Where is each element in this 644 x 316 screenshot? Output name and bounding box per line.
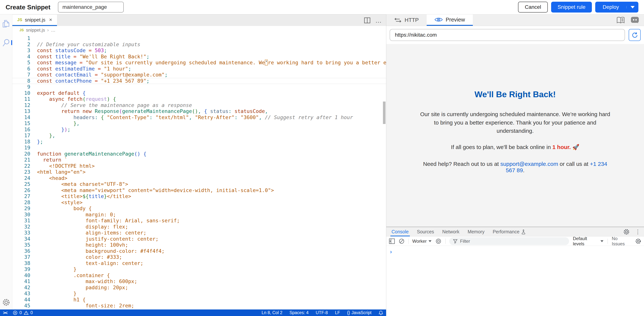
code-line-2[interactable]: 2// Define your customizable inputs <box>12 42 386 48</box>
problems-indicator[interactable]: 0 0 <box>13 310 33 315</box>
console-body[interactable]: › <box>386 246 644 316</box>
settings-gear-icon[interactable] <box>2 298 10 306</box>
devtools-tab-sources[interactable]: Sources <box>416 227 435 236</box>
code-line-28[interactable]: 28 <style> <box>12 199 386 206</box>
code-line-37[interactable]: 37 color: #333; <box>12 254 386 260</box>
breadcrumb[interactable]: JS snippet.js › … <box>12 26 386 34</box>
tab-preview[interactable]: Preview <box>427 15 473 26</box>
code-line-10[interactable]: 10export default { <box>12 90 386 96</box>
devtools-settings-gear-icon[interactable] <box>623 228 630 235</box>
more-actions-icon[interactable]: … <box>375 19 382 22</box>
tab-snippet-js[interactable]: JS snippet.js × <box>12 15 57 26</box>
indentation-setting[interactable]: Spaces: 4 <box>290 310 308 315</box>
console-sidebar-toggle-icon[interactable] <box>389 238 395 244</box>
code-line-6[interactable]: 6const estimatedTime = "1 hour"; <box>12 66 386 72</box>
deploy-button[interactable]: Deploy <box>595 2 626 13</box>
cancel-button[interactable]: Cancel <box>518 2 548 13</box>
tab-http[interactable]: HTTP <box>386 15 427 26</box>
breadcrumb-more[interactable]: … <box>51 28 56 33</box>
encoding-setting[interactable]: UTF-8 <box>316 310 328 315</box>
code-line-9[interactable]: 9 <box>12 84 386 90</box>
code-line-25[interactable]: 25 <meta charset="UTF-8"> <box>12 181 386 187</box>
context-selector[interactable]: Worker <box>412 239 432 244</box>
code-line-11[interactable]: 11 async fetch(request) { <box>12 96 386 102</box>
split-editor-icon[interactable] <box>364 18 370 23</box>
code-line-46[interactable]: 46 color: #0056b3; <box>12 309 386 310</box>
code-line-33[interactable]: 33 align-items: center; <box>12 230 386 236</box>
devtools-tab-performance[interactable]: Performance <box>492 227 526 236</box>
code-line-5[interactable]: 5const message = "Our site is currently … <box>12 60 386 66</box>
code-line-42[interactable]: 42 padding: 20px; <box>12 284 386 291</box>
code-line-22[interactable]: 22 <!DOCTYPE html> <box>12 163 386 169</box>
eol-setting[interactable]: LF <box>335 310 340 315</box>
issues-counter[interactable]: No Issues <box>612 236 631 246</box>
code-line-16[interactable]: 16 }); <box>12 127 386 133</box>
refresh-button[interactable] <box>629 29 641 41</box>
js-file-icon: JS <box>17 18 22 22</box>
breadcrumb-file[interactable]: snippet.js <box>26 28 45 33</box>
code-line-44[interactable]: 44 h1 { <box>12 297 386 303</box>
devtools-tab-console[interactable]: Console <box>390 227 410 236</box>
code-line-29[interactable]: 29 body { <box>12 205 386 212</box>
console-prompt[interactable]: › <box>390 248 392 255</box>
code-line-23[interactable]: 23<html lang="en"> <box>12 169 386 175</box>
code-line-40[interactable]: 40 .container { <box>12 272 386 279</box>
files-icon[interactable] <box>2 19 10 29</box>
line-number: 7 <box>12 72 30 78</box>
search-icon[interactable] <box>2 38 10 47</box>
preview-tabbar: HTTP Preview <box>386 15 644 26</box>
code-line-32[interactable]: 32 display: flex; <box>12 224 386 230</box>
devtools-tab-memory[interactable]: Memory <box>466 227 486 236</box>
cursor-position[interactable]: Ln 8, Col 2 <box>262 310 282 315</box>
code-line-34[interactable]: 34 justify-content: center; <box>12 236 386 242</box>
code-line-7[interactable]: 7const contactEmail = "support@example.c… <box>12 72 386 78</box>
code-line-20[interactable]: 20function generateMaintenancePage() { <box>12 151 386 157</box>
code-editor[interactable]: 12// Define your customizable inputs3con… <box>12 34 386 309</box>
code-line-26[interactable]: 26 <meta name="viewport" content="width=… <box>12 187 386 193</box>
code-line-45[interactable]: 45 font-size: 2rem; <box>12 303 386 309</box>
deploy-dropdown-button[interactable] <box>626 6 638 9</box>
code-line-21[interactable]: 21 return ` <box>12 157 386 163</box>
console-filter-input[interactable]: Filter <box>449 237 569 245</box>
code-line-1[interactable]: 1 <box>12 35 386 42</box>
snippet-name-input[interactable] <box>58 2 124 13</box>
log-levels-selector[interactable]: Default levels <box>573 236 603 246</box>
code-line-41[interactable]: 41 max-width: 600px; <box>12 278 386 284</box>
language-mode[interactable]: {} JavaScript <box>347 310 372 315</box>
support-email-link[interactable]: support@example.com <box>500 161 558 167</box>
code-line-13[interactable]: 13 return new Response(generateMaintenan… <box>12 108 386 114</box>
code-line-15[interactable]: 15 }, <box>12 120 386 127</box>
code-line-31[interactable]: 31 font-family: Arial, sans-serif; <box>12 218 386 224</box>
console-settings-gear-icon[interactable] <box>635 238 642 244</box>
code-line-4[interactable]: 4const title = "We'll Be Right Back!"; <box>12 54 386 60</box>
code-line-36[interactable]: 36 background-color: #f4f4f4; <box>12 248 386 254</box>
code-line-35[interactable]: 35 height: 100vh; <box>12 242 386 248</box>
code-line-14[interactable]: 14 headers: { "Content-Type": "text/html… <box>12 114 386 121</box>
code-line-3[interactable]: 3const statusCode = 503; <box>12 48 386 54</box>
code-line-12[interactable]: 12 // Serve the maintenance page as a re… <box>12 102 386 108</box>
code-line-24[interactable]: 24 <head> <box>12 175 386 181</box>
close-icon[interactable]: × <box>49 17 52 23</box>
clear-console-icon[interactable] <box>398 238 404 244</box>
kebab-menu-icon[interactable]: ⋮ <box>635 228 641 235</box>
editor-scrollbar[interactable] <box>383 102 386 124</box>
code-line-39[interactable]: 39 } <box>12 266 386 272</box>
remote-indicator-icon[interactable]: >< <box>3 310 7 315</box>
snippet-rule-button[interactable]: Snippet rule <box>551 2 592 13</box>
code-line-18[interactable]: 18}; <box>12 139 386 145</box>
url-row: https://nikitac.com <box>386 26 644 44</box>
code-line-27[interactable]: 27 <title>${title}</title> <box>12 193 386 199</box>
code-line-17[interactable]: 17 }, <box>12 133 386 139</box>
line-number: 1 <box>12 35 30 42</box>
live-expression-icon[interactable] <box>435 238 442 244</box>
url-input[interactable]: https://nikitac.com <box>390 29 625 41</box>
code-line-19[interactable]: 19 <box>12 145 386 151</box>
code-line-30[interactable]: 30 margin: 0; <box>12 212 386 218</box>
discord-icon[interactable] <box>630 17 639 24</box>
code-line-8[interactable]: 8const contactPhone = "+1 234 567 89"; <box>12 78 386 84</box>
devtools-tab-network[interactable]: Network <box>441 227 460 236</box>
docs-book-icon[interactable] <box>616 17 625 24</box>
notifications-bell-icon[interactable] <box>379 310 383 315</box>
code-line-43[interactable]: 43 } <box>12 290 386 297</box>
code-line-38[interactable]: 38 text-align: center; <box>12 260 386 266</box>
